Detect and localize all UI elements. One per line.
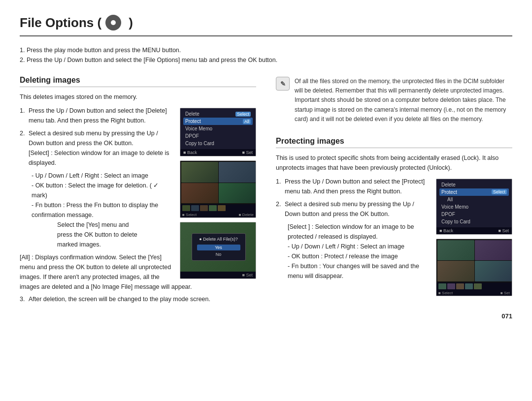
cam-strip-footer: ■ Select ■ Delete [180,212,256,217]
deleting-step-2: 2. Select a desired sub menu by pressing… [20,128,175,168]
pmenu-protect: Protect Select [439,188,509,196]
pmenu-set: ■ Set [499,228,509,233]
pmenu-copy: Copy to Card [439,218,509,225]
pmenu-all: All [439,196,509,203]
photo-cell-2 [219,162,256,183]
note-icon: ✎ [276,77,290,91]
page-number: 071 [20,312,512,320]
pstrip-thumb-1 [438,283,446,289]
intro-step1: 1. Press the play mode button and press … [20,45,512,55]
protect-menu-screenshot: Delete Protect Select All Voice Memo DPO… [436,179,512,235]
title-text: File Options ( [20,15,101,31]
delete-dialog: ● Delete All File(s)? Yes No [192,233,246,261]
cam-menu-delete: Delete Select [183,110,253,118]
protect-cell-2 [475,240,512,261]
delete-footer: ■ Set [180,272,256,278]
pmenu-footer: ■ Back ■ Set [436,227,512,234]
strip-thumb-2 [191,205,199,211]
delete-all-screenshot: ● Delete All File(s)? Yes No ■ Set [180,222,256,279]
strip-thumb-5 [218,205,226,211]
pstrip-select: ■ Select [438,291,453,295]
protect-cell-3 [437,261,474,281]
cam-photo-grid [180,161,256,204]
dialog-no: No [197,251,240,257]
protecting-intro: This is used to protect specific shots f… [276,153,512,173]
pmenu-delete: Delete [439,181,509,188]
pmenu-voice: Voice Memo [439,203,509,211]
photo-cell-4 [219,183,256,204]
photo-cell-3 [181,183,218,204]
delete-menu-screenshot: Delete Select Protect All Voice Memo DPO… [180,108,256,156]
intro-steps: 1. Press the play mode button and press … [20,45,512,65]
pstrip-thumb-2 [447,283,455,289]
cam-menu-dpof: DPOF [183,132,253,140]
note-box: ✎ Of all the files stored on the memory,… [276,73,512,128]
protect-photo-grid [436,239,512,282]
protecting-step-1: 1. Press the Up / Down button and select… [276,177,431,196]
cam-film-strip [180,204,256,212]
pstrip-thumb-3 [456,283,464,289]
delete-set-label: ■ Set [242,273,253,278]
photo-cell-1 [181,162,218,183]
file-options-icon [105,15,121,31]
protect-screenshots: Delete Protect Select All Voice Memo DPO… [436,179,512,296]
protecting-title: Protecting images [276,137,512,148]
cam-menu-voice: Voice Memo [183,125,253,132]
strip-select: ■ Select [182,213,197,217]
protect-film-strip [436,282,512,290]
protect-photo-screenshot: ■ Select ■ Set [436,239,512,296]
strip-thumb-4 [209,205,217,211]
protect-cell-4 [475,261,512,281]
strip-thumb-3 [200,205,208,211]
strip-delete: ■ Delete [239,213,254,217]
dialog-yes: Yes [197,245,240,250]
deleting-intro: This deletes images stored on the memory… [20,92,256,102]
page-title: File Options ( ) [20,15,512,36]
pmenu-dpof: DPOF [439,211,509,218]
cam-back-label: ■ Back [183,150,197,155]
pstrip-thumb-5 [474,283,482,289]
cam-menu-copy: Copy to Card [183,140,253,147]
intro-step2: 2. Press the Up / Down button and select… [20,55,512,65]
cam-footer-1: ■ Back ■ Set [180,149,256,156]
note-text: Of all the files stored on the memory, t… [295,77,512,124]
delete-all-bg: ● Delete All File(s)? Yes No [180,222,256,272]
deleting-section: Deleting images This deletes images stor… [20,73,256,303]
title-close-paren: ) [125,15,133,31]
cam-set-label: ■ Set [242,150,253,155]
protect-strip-footer: ■ Select ■ Set [436,290,512,296]
protecting-section: ✎ Of all the files stored on the memory,… [276,73,512,303]
photo-grid-screenshot: ■ Select ■ Delete [180,160,256,218]
protecting-step-2: 2. Select a desired sub menu by pressing… [276,199,431,219]
pstrip-set: ■ Set [500,291,510,295]
deleting-step-1: 1. Press the Up / Down button and select… [20,106,175,125]
pmenu-back: ■ Back [439,228,453,233]
strip-thumb-1 [182,205,190,211]
deleting-step-3: 3. After deletion, the screen will be ch… [20,296,256,303]
cam-menu-protect: Protect All [183,118,253,125]
protect-cell-1 [437,240,474,261]
deleting-title: Deleting images [20,76,256,87]
pstrip-thumb-4 [465,283,473,289]
dialog-title: ● Delete All File(s)? [197,237,240,242]
